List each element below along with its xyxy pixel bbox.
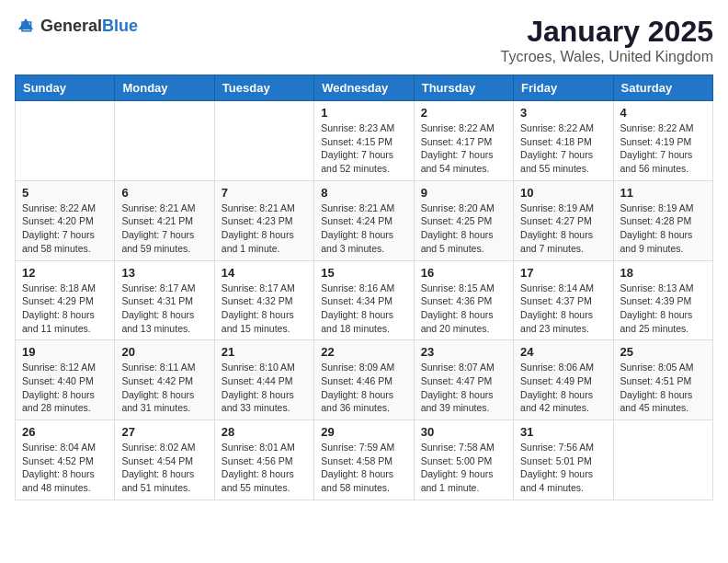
calendar-cell: 17Sunrise: 8:14 AM Sunset: 4:37 PM Dayli… <box>514 260 613 340</box>
calendar-cell: 29Sunrise: 7:59 AM Sunset: 4:58 PM Dayli… <box>314 420 414 500</box>
day-info: Sunrise: 8:16 AM Sunset: 4:34 PM Dayligh… <box>321 282 406 336</box>
day-number: 8 <box>321 186 406 200</box>
day-info: Sunrise: 8:23 AM Sunset: 4:15 PM Dayligh… <box>321 121 406 176</box>
logo-text: GeneralBlue <box>40 17 138 36</box>
calendar-week-row: 26Sunrise: 8:04 AM Sunset: 4:52 PM Dayli… <box>16 420 713 500</box>
day-number: 27 <box>121 425 207 439</box>
day-number: 11 <box>620 186 706 200</box>
page-header: GeneralBlue January 2025 Tycroes, Wales,… <box>15 15 713 65</box>
day-number: 16 <box>421 266 506 280</box>
calendar-cell: 9Sunrise: 8:20 AM Sunset: 4:25 PM Daylig… <box>414 180 513 260</box>
day-info: Sunrise: 8:05 AM Sunset: 4:51 PM Dayligh… <box>620 361 706 415</box>
calendar-cell: 25Sunrise: 8:05 AM Sunset: 4:51 PM Dayli… <box>613 340 712 420</box>
calendar-cell: 13Sunrise: 8:17 AM Sunset: 4:31 PM Dayli… <box>115 260 214 340</box>
calendar-cell: 8Sunrise: 8:21 AM Sunset: 4:24 PM Daylig… <box>314 180 414 260</box>
calendar-week-row: 1Sunrise: 8:23 AM Sunset: 4:15 PM Daylig… <box>16 101 713 181</box>
day-number: 30 <box>421 425 506 439</box>
day-info: Sunrise: 8:11 AM Sunset: 4:42 PM Dayligh… <box>121 361 207 415</box>
calendar-cell: 1Sunrise: 8:23 AM Sunset: 4:15 PM Daylig… <box>314 101 414 181</box>
day-info: Sunrise: 8:19 AM Sunset: 4:27 PM Dayligh… <box>520 201 606 256</box>
day-number: 19 <box>22 345 108 359</box>
month-title: January 2025 <box>501 15 714 49</box>
day-header-monday: Monday <box>115 75 214 101</box>
calendar-cell: 30Sunrise: 7:58 AM Sunset: 5:00 PM Dayli… <box>414 420 513 500</box>
day-number: 13 <box>121 266 207 280</box>
day-info: Sunrise: 8:21 AM Sunset: 4:23 PM Dayligh… <box>222 201 307 256</box>
day-info: Sunrise: 8:06 AM Sunset: 4:49 PM Dayligh… <box>520 361 606 415</box>
day-number: 9 <box>421 186 506 200</box>
day-info: Sunrise: 8:17 AM Sunset: 4:31 PM Dayligh… <box>121 282 207 336</box>
calendar-cell: 14Sunrise: 8:17 AM Sunset: 4:32 PM Dayli… <box>214 260 313 340</box>
day-info: Sunrise: 8:14 AM Sunset: 4:37 PM Dayligh… <box>520 282 606 336</box>
calendar-week-row: 5Sunrise: 8:22 AM Sunset: 4:20 PM Daylig… <box>16 180 713 260</box>
day-number: 1 <box>321 106 406 120</box>
day-number: 31 <box>520 425 606 439</box>
title-block: January 2025 Tycroes, Wales, United King… <box>501 15 714 65</box>
calendar-week-row: 19Sunrise: 8:12 AM Sunset: 4:40 PM Dayli… <box>16 340 713 420</box>
day-header-friday: Friday <box>514 75 613 101</box>
day-number: 25 <box>620 345 706 359</box>
calendar-cell: 24Sunrise: 8:06 AM Sunset: 4:49 PM Dayli… <box>514 340 613 420</box>
calendar-cell: 23Sunrise: 8:07 AM Sunset: 4:47 PM Dayli… <box>414 340 513 420</box>
day-header-wednesday: Wednesday <box>314 75 414 101</box>
calendar-cell: 16Sunrise: 8:15 AM Sunset: 4:36 PM Dayli… <box>414 260 513 340</box>
calendar-header-row: SundayMondayTuesdayWednesdayThursdayFrid… <box>16 75 713 101</box>
day-info: Sunrise: 8:19 AM Sunset: 4:28 PM Dayligh… <box>620 201 706 256</box>
day-number: 3 <box>520 106 606 120</box>
day-info: Sunrise: 8:02 AM Sunset: 4:54 PM Dayligh… <box>121 441 207 495</box>
calendar-table: SundayMondayTuesdayWednesdayThursdayFrid… <box>15 75 713 500</box>
calendar-cell <box>613 420 712 500</box>
day-number: 5 <box>22 186 108 200</box>
day-info: Sunrise: 7:56 AM Sunset: 5:01 PM Dayligh… <box>520 441 606 495</box>
calendar-cell: 5Sunrise: 8:22 AM Sunset: 4:20 PM Daylig… <box>16 180 115 260</box>
day-header-sunday: Sunday <box>16 75 115 101</box>
day-header-thursday: Thursday <box>414 75 513 101</box>
day-number: 29 <box>321 425 406 439</box>
day-number: 14 <box>222 266 307 280</box>
day-number: 4 <box>620 106 706 120</box>
calendar-cell: 31Sunrise: 7:56 AM Sunset: 5:01 PM Dayli… <box>514 420 613 500</box>
day-info: Sunrise: 8:21 AM Sunset: 4:21 PM Dayligh… <box>121 201 207 256</box>
day-number: 2 <box>421 106 506 120</box>
day-info: Sunrise: 7:59 AM Sunset: 4:58 PM Dayligh… <box>321 441 406 495</box>
day-number: 20 <box>121 345 207 359</box>
calendar-cell: 20Sunrise: 8:11 AM Sunset: 4:42 PM Dayli… <box>115 340 214 420</box>
calendar-cell: 19Sunrise: 8:12 AM Sunset: 4:40 PM Dayli… <box>16 340 115 420</box>
day-info: Sunrise: 8:22 AM Sunset: 4:17 PM Dayligh… <box>421 121 506 176</box>
calendar-week-row: 12Sunrise: 8:18 AM Sunset: 4:29 PM Dayli… <box>16 260 713 340</box>
day-number: 18 <box>620 266 706 280</box>
day-info: Sunrise: 8:22 AM Sunset: 4:19 PM Dayligh… <box>620 121 706 176</box>
location-title: Tycroes, Wales, United Kingdom <box>501 49 714 65</box>
calendar-cell: 28Sunrise: 8:01 AM Sunset: 4:56 PM Dayli… <box>214 420 313 500</box>
calendar-cell: 15Sunrise: 8:16 AM Sunset: 4:34 PM Dayli… <box>314 260 414 340</box>
calendar-cell: 18Sunrise: 8:13 AM Sunset: 4:39 PM Dayli… <box>613 260 712 340</box>
day-info: Sunrise: 7:58 AM Sunset: 5:00 PM Dayligh… <box>421 441 506 495</box>
day-info: Sunrise: 8:07 AM Sunset: 4:47 PM Dayligh… <box>421 361 506 415</box>
logo: GeneralBlue <box>15 15 138 37</box>
day-header-tuesday: Tuesday <box>214 75 313 101</box>
logo-blue: Blue <box>102 17 138 35</box>
day-info: Sunrise: 8:13 AM Sunset: 4:39 PM Dayligh… <box>620 282 706 336</box>
day-number: 28 <box>222 425 307 439</box>
day-number: 22 <box>321 345 406 359</box>
day-info: Sunrise: 8:09 AM Sunset: 4:46 PM Dayligh… <box>321 361 406 415</box>
day-number: 15 <box>321 266 406 280</box>
day-number: 10 <box>520 186 606 200</box>
calendar-cell: 3Sunrise: 8:22 AM Sunset: 4:18 PM Daylig… <box>514 101 613 181</box>
day-number: 26 <box>22 425 108 439</box>
calendar-cell: 10Sunrise: 8:19 AM Sunset: 4:27 PM Dayli… <box>514 180 613 260</box>
day-info: Sunrise: 8:18 AM Sunset: 4:29 PM Dayligh… <box>22 282 108 336</box>
day-number: 12 <box>22 266 108 280</box>
day-info: Sunrise: 8:01 AM Sunset: 4:56 PM Dayligh… <box>222 441 307 495</box>
day-info: Sunrise: 8:10 AM Sunset: 4:44 PM Dayligh… <box>222 361 307 415</box>
calendar-cell: 12Sunrise: 8:18 AM Sunset: 4:29 PM Dayli… <box>16 260 115 340</box>
calendar-cell: 21Sunrise: 8:10 AM Sunset: 4:44 PM Dayli… <box>214 340 313 420</box>
day-info: Sunrise: 8:17 AM Sunset: 4:32 PM Dayligh… <box>222 282 307 336</box>
day-info: Sunrise: 8:15 AM Sunset: 4:36 PM Dayligh… <box>421 282 506 336</box>
calendar-cell: 26Sunrise: 8:04 AM Sunset: 4:52 PM Dayli… <box>16 420 115 500</box>
calendar-cell: 7Sunrise: 8:21 AM Sunset: 4:23 PM Daylig… <box>214 180 313 260</box>
calendar-cell: 2Sunrise: 8:22 AM Sunset: 4:17 PM Daylig… <box>414 101 513 181</box>
day-info: Sunrise: 8:04 AM Sunset: 4:52 PM Dayligh… <box>22 441 108 495</box>
calendar-cell: 6Sunrise: 8:21 AM Sunset: 4:21 PM Daylig… <box>115 180 214 260</box>
calendar-cell <box>115 101 214 181</box>
